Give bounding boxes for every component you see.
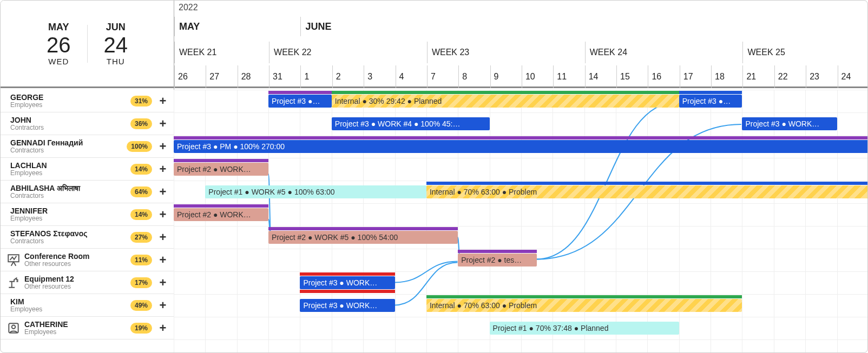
resource-row[interactable]: ABHILASHA अभिलाषाContractors64%+ — [1, 181, 174, 203]
timeline-day: 18 — [711, 65, 742, 88]
grid-rowline — [174, 181, 867, 181]
utilization-badge: 36% — [130, 118, 152, 129]
resource-role: Contractors — [10, 238, 130, 245]
task-accent-top — [174, 204, 268, 208]
date-end-month: JUN — [104, 22, 128, 33]
grid-rowline — [174, 294, 867, 295]
timeline-day: 21 — [742, 65, 774, 88]
timeline-body[interactable]: Project #3 ●…Internal ● 30% 29:42 ● Plan… — [174, 90, 867, 352]
add-task-button[interactable]: + — [156, 140, 169, 153]
resource-name: Conference Room — [24, 252, 130, 261]
task-bar[interactable]: Project #1 ● 70% 37:48 ● Planned — [490, 322, 679, 335]
task-accent-bottom — [300, 290, 394, 293]
add-task-button[interactable]: + — [156, 208, 169, 221]
resource-row[interactable]: Conference RoomOther resources11%+ — [1, 249, 174, 271]
grid-rowline — [174, 317, 867, 317]
task-bar[interactable]: Project #3 ● WORK… — [742, 117, 837, 130]
date-end-dow: THU — [104, 57, 128, 66]
timeline-day: 27 — [206, 65, 237, 88]
timeline-header: 2022 MAYJUNEWEEK 21WEEK 22WEEK 23WEEK 24… — [174, 1, 867, 88]
timeline-day: 23 — [806, 65, 837, 88]
date-start-day: 26 — [47, 33, 71, 57]
utilization-badge: 27% — [130, 232, 152, 243]
resource-row[interactable]: LACHLANEmployees14%+ — [1, 158, 174, 181]
resource-row[interactable]: KIMEmployees49%+ — [1, 294, 174, 317]
resource-name: JOHN — [10, 116, 130, 124]
utilization-badge: 19% — [130, 323, 152, 334]
resource-role: Contractors — [10, 192, 130, 200]
task-bar[interactable]: Project #3 ● WORK #4 ● 100% 45:… — [332, 117, 490, 130]
add-task-button[interactable]: + — [156, 95, 169, 108]
resource-row[interactable]: JENNIFEREmployees14%+ — [1, 203, 174, 226]
task-bar[interactable]: Project #2 ● WORK… — [174, 163, 268, 176]
add-task-button[interactable]: + — [156, 117, 169, 130]
timeline-day: 1 — [300, 65, 332, 88]
resource-name: LACHLAN — [10, 161, 130, 170]
task-accent-top — [458, 250, 537, 253]
task-bar[interactable]: Project #3 ● WORK… — [300, 276, 394, 289]
resource-row[interactable]: JOHNContractors36%+ — [1, 112, 174, 135]
grid-column — [205, 90, 206, 352]
scheduler-wrapper: MAY 26 WED JUN 24 THU GEORGEEmployees31%… — [0, 0, 868, 353]
task-bar[interactable]: Project #2 ● WORK #5 ● 100% 54:00 — [268, 231, 458, 244]
resource-role: Employees — [10, 170, 130, 177]
task-accent-top — [332, 91, 679, 94]
date-start-dow: WED — [47, 57, 71, 66]
timeline-day: 15 — [616, 65, 648, 88]
utilization-badge: 14% — [130, 164, 152, 175]
timeline-week: WEEK 25 — [742, 42, 868, 63]
resource-row[interactable]: GENNADI ГеннадийContractors100%+ — [1, 135, 174, 158]
resource-name: ABHILASHA अभिलाषा — [10, 184, 130, 192]
task-accent-top — [679, 91, 742, 94]
resource-role: Employees — [10, 102, 130, 109]
task-bar[interactable]: Project #3 ●… — [679, 95, 742, 108]
task-bar[interactable]: Project #2 ● WORK… — [174, 208, 268, 221]
timeline-day: 26 — [174, 65, 206, 88]
utilization-badge: 31% — [130, 96, 152, 106]
task-bar[interactable]: Internal ● 70% 63:00 ● Problem — [426, 185, 868, 198]
date-separator — [87, 25, 88, 63]
timeline-month: MAY — [174, 17, 269, 36]
add-task-button[interactable]: + — [156, 276, 169, 289]
task-bar[interactable]: Project #3 ●… — [268, 95, 332, 108]
timeline-day: 10 — [522, 65, 553, 88]
resource-row[interactable]: Equipment 12Other resources17%+ — [1, 271, 174, 294]
add-task-button[interactable]: + — [156, 254, 169, 267]
utilization-badge: 49% — [130, 300, 152, 311]
grid-column — [679, 90, 680, 352]
grid-rowline — [174, 135, 867, 136]
timeline-day: 11 — [553, 65, 584, 88]
date-end: JUN 24 THU — [93, 22, 139, 66]
add-task-button[interactable]: + — [156, 231, 169, 244]
timeline-day: 22 — [774, 65, 806, 88]
resource-row[interactable]: GEORGEEmployees31%+ — [1, 90, 174, 112]
task-bar[interactable]: Internal ● 70% 63:00 ● Problem — [426, 299, 742, 312]
grid-rowline — [174, 249, 867, 249]
add-task-button[interactable]: + — [156, 163, 169, 176]
board-icon — [5, 251, 22, 269]
grid-column — [300, 90, 300, 352]
grid-rowline — [174, 226, 867, 227]
resource-list: GEORGEEmployees31%+JOHNContractors36%+GE… — [1, 90, 174, 339]
resource-row[interactable]: CATHERINEEmployees19%+ — [1, 317, 174, 339]
task-bar[interactable]: Project #3 ● PM ● 100% 270:00 — [174, 140, 868, 153]
task-bar[interactable]: Project #1 ● WORK #5 ● 100% 63:00 — [205, 185, 426, 198]
resource-role: Contractors — [10, 147, 127, 155]
task-bar[interactable]: Project #2 ● tes… — [458, 254, 537, 267]
resource-row[interactable]: STEFANOS ΣτεφανοςContractors27%+ — [1, 226, 174, 249]
resource-name: GENNADI Геннадий — [10, 138, 127, 147]
task-bar[interactable]: Project #3 ● WORK… — [300, 299, 394, 312]
resource-name: STEFANOS Στεφανος — [10, 229, 130, 238]
add-task-button[interactable]: + — [156, 185, 169, 198]
date-range-panel: MAY 26 WED JUN 24 THU — [1, 1, 174, 88]
grid-rowline — [174, 90, 867, 90]
add-task-button[interactable]: + — [156, 322, 169, 335]
timeline-day: 3 — [364, 65, 395, 88]
equipment-icon — [5, 274, 22, 291]
add-task-button[interactable]: + — [156, 299, 169, 312]
grid-column — [711, 90, 711, 352]
timeline-week: WEEK 24 — [585, 42, 743, 63]
task-bar[interactable]: Internal ● 30% 29:42 ● Planned — [332, 95, 679, 108]
grid-column — [647, 90, 648, 352]
grid-rowline — [174, 203, 867, 204]
